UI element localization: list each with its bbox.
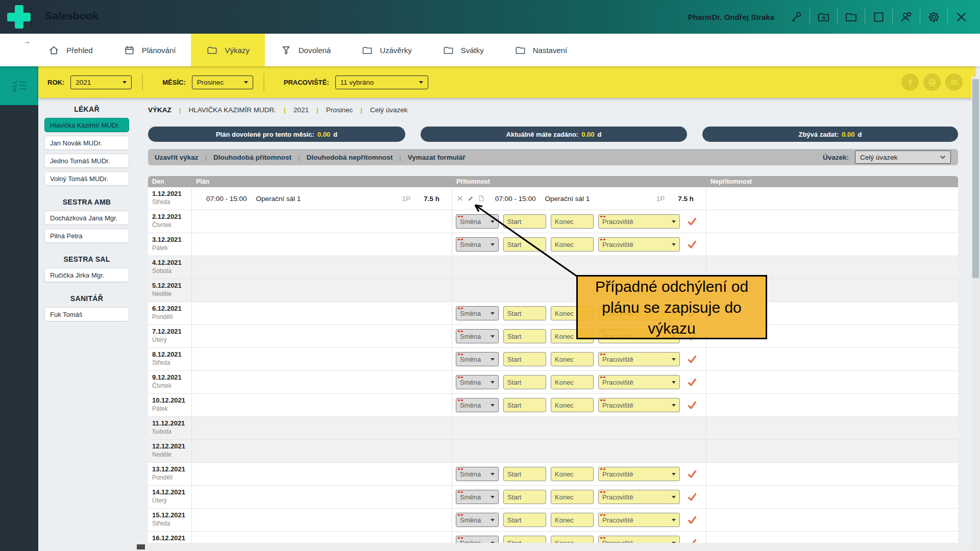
sidebar-item-rucicka[interactable]: Ručička Jirka Mgr. <box>44 268 129 282</box>
end-input[interactable]: Konec <box>551 237 594 252</box>
svg-text:N: N <box>822 15 825 20</box>
filter-label: PRACOVIŠTĚ: <box>284 79 329 86</box>
end-input[interactable]: Konec <box>551 513 594 527</box>
workplace-select[interactable]: Pracoviště <box>598 352 680 366</box>
sidebar-item-jan[interactable]: Jan Novák MUDr. <box>44 136 129 150</box>
start-input[interactable]: Start <box>503 490 546 504</box>
attendance-workplace: Operační sál 1 <box>545 195 590 203</box>
end-input[interactable]: Konec <box>551 375 594 389</box>
sidebar-toggle-button[interactable] <box>0 66 38 105</box>
settings-icon[interactable] <box>927 10 941 24</box>
tab-vykazy[interactable]: Výkazy <box>191 34 264 66</box>
filter-select-1[interactable]: Prosinec <box>192 76 253 89</box>
workplace-select[interactable]: Pracoviště <box>598 467 680 481</box>
shift-select[interactable]: Směna <box>456 306 499 320</box>
triangle-down-icon <box>672 404 676 407</box>
shift-select[interactable]: Směna <box>456 329 499 343</box>
confirm-check-button[interactable] <box>687 354 697 364</box>
tab-dovolena[interactable]: Dovolená <box>265 34 346 66</box>
end-input[interactable]: Konec <box>551 352 594 366</box>
horizontal-scrollbar-thumb[interactable] <box>137 544 145 549</box>
workplace-select[interactable]: Pracoviště <box>598 237 680 252</box>
folder-icon[interactable] <box>844 10 858 24</box>
tab-planovani[interactable]: Plánování <box>108 34 191 66</box>
sidebar-item-hlavicka[interactable]: Hlavička Kazimír MUDr. <box>44 118 129 132</box>
key-icon[interactable] <box>789 10 803 24</box>
shift-select[interactable]: Směna <box>456 398 499 412</box>
shift-select[interactable]: Směna <box>456 490 499 504</box>
toolbar-action-dlouhodoba[interactable]: Dlouhodobá nepřítomnost <box>300 154 400 161</box>
toolbar-action-vymazat[interactable]: Vymazat formulář <box>401 154 472 161</box>
vertical-scrollbar[interactable] <box>971 77 980 551</box>
sidebar-item-fuk[interactable]: Fuk Tomáš <box>44 307 129 321</box>
sidebar-item-pilna[interactable]: Pilná Petra <box>44 229 129 243</box>
uvazek-select[interactable]: Celý úvazek <box>855 151 951 164</box>
shift-select[interactable]: Směna <box>456 214 499 229</box>
end-input[interactable]: Konec <box>551 398 594 412</box>
workplace-select[interactable]: Pracoviště <box>598 375 680 389</box>
start-input[interactable]: Start <box>503 398 546 412</box>
app-header: Salesbook PharmDr. Ondřej Straka N <box>0 0 980 34</box>
end-input[interactable]: Konec <box>551 490 594 504</box>
confirm-check-button[interactable] <box>687 400 697 410</box>
start-input[interactable]: Start <box>503 329 546 343</box>
confirm-check-button[interactable] <box>687 216 697 227</box>
shift-select[interactable]: Směna <box>456 375 499 389</box>
vertical-scrollbar-thumb[interactable] <box>972 79 979 278</box>
close-icon[interactable] <box>954 10 968 24</box>
tab-prehled[interactable]: Přehled <box>33 34 108 66</box>
shift-select[interactable]: Směna <box>456 237 499 252</box>
day-cell: 6.12.2021 Pondělí <box>148 302 192 324</box>
sidebar-item-jedno[interactable]: Jedno Tomáš MUDr. <box>44 154 129 168</box>
confirm-check-button[interactable] <box>687 492 697 502</box>
end-input[interactable]: Konec <box>551 467 594 481</box>
toolbar-action-uzavrit[interactable]: Uzavřít výkaz <box>148 154 205 161</box>
shift-select[interactable]: Směna <box>456 352 499 366</box>
menu-icon-button[interactable] <box>945 73 963 91</box>
start-input[interactable]: Start <box>503 306 546 320</box>
filter-icon-button[interactable] <box>901 73 919 91</box>
confirm-check-button[interactable] <box>687 239 697 249</box>
start-input[interactable]: Start <box>503 375 546 389</box>
shift-select[interactable]: Směna <box>456 513 499 527</box>
start-input[interactable]: Start <box>503 513 546 527</box>
filter-select-0[interactable]: 2021 <box>70 76 132 89</box>
document-icon[interactable] <box>478 195 485 202</box>
tab-nastaveni[interactable]: Nastavení <box>499 34 583 66</box>
folder-n-icon[interactable]: N <box>817 10 830 24</box>
sidebar-item-volny[interactable]: Volný Tomáš MUDr. <box>44 171 129 186</box>
start-input[interactable]: Start <box>503 352 546 366</box>
sidebar-item-dochazkova[interactable]: Docházková Jana Mgr. <box>44 211 129 225</box>
start-input[interactable]: Start <box>503 237 546 252</box>
attendance-form: Směna Start Konec Pracoviště <box>456 237 697 252</box>
remove-icon[interactable] <box>456 195 463 202</box>
table-row: 1.12.2021 Středa 07:00 - 15:00 Operační … <box>148 187 958 210</box>
user-search-icon[interactable] <box>899 10 913 24</box>
horizontal-scrollbar[interactable] <box>135 543 971 551</box>
filter-select-2[interactable]: 11 vybráno <box>335 76 428 89</box>
workplace-select[interactable]: Pracoviště <box>598 490 680 504</box>
toolbar-action-dlouhodoba[interactable]: Dlouhodobá přítomnost <box>207 154 298 161</box>
shift-select[interactable]: Směna <box>456 467 499 481</box>
print-icon-button[interactable] <box>923 73 941 91</box>
start-input[interactable]: Start <box>503 214 546 229</box>
tab-svatky[interactable]: Svátky <box>427 34 499 66</box>
workplace-select[interactable]: Pracoviště <box>598 398 680 412</box>
tab-uzaverky[interactable]: Uzávěrky <box>346 34 427 66</box>
window-icon[interactable] <box>872 10 886 24</box>
start-input[interactable]: Start <box>503 467 546 481</box>
confirm-check-button[interactable] <box>687 515 697 525</box>
edit-icon[interactable] <box>467 195 474 202</box>
workplace-select[interactable]: Pracoviště <box>598 513 680 527</box>
workplace-select[interactable]: Pracoviště <box>598 214 680 229</box>
uvazek-label: Úvazek: <box>823 154 849 161</box>
filter-group: MĚSÍC: Prosinec <box>162 76 253 89</box>
collapse-arrow-icon[interactable]: → <box>23 37 31 45</box>
table-row: 8.12.2021 Středa Směna Start Konec Praco… <box>148 348 958 371</box>
confirm-check-button[interactable] <box>687 469 697 479</box>
annotation-callout: Případné odchýlení od plánu se zapisuje … <box>576 275 767 339</box>
end-input[interactable]: Konec <box>551 214 594 229</box>
calendar-icon <box>124 44 135 56</box>
confirm-check-button[interactable] <box>687 377 697 387</box>
attendance-cell <box>452 417 706 439</box>
